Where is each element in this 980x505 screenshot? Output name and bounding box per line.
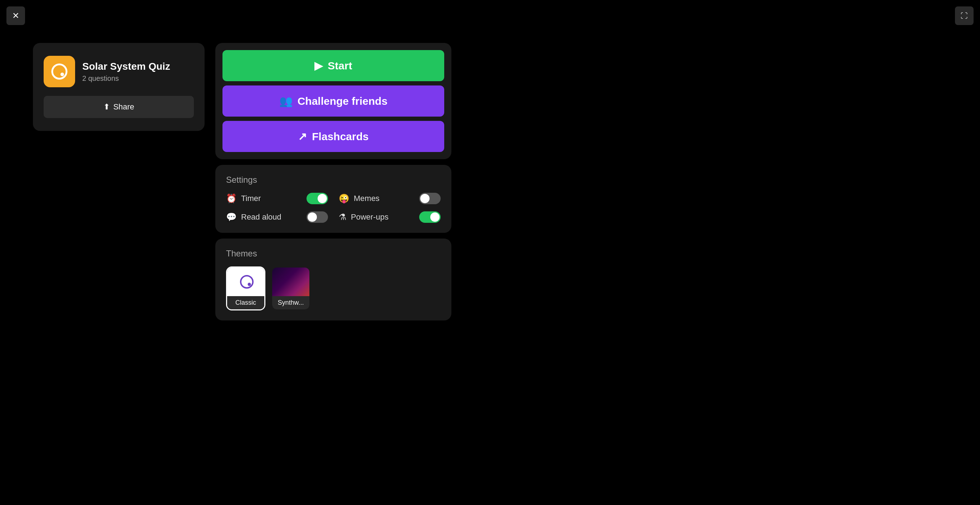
setting-timer: ⏰ Timer	[226, 193, 328, 204]
read-aloud-icon: 💬	[226, 212, 237, 222]
challenge-label: Challenge friends	[298, 95, 388, 107]
setting-memes: 😜 Memes	[339, 193, 441, 204]
memes-text: Memes	[354, 194, 379, 203]
start-button[interactable]: ▶ Start	[223, 50, 444, 81]
powerups-toggle[interactable]	[419, 211, 441, 223]
fullscreen-button[interactable]: ⛶	[955, 6, 974, 25]
flashcards-button[interactable]: ↗ Flashcards	[223, 121, 444, 152]
quiz-card: Solar System Quiz 2 questions ⬆ Share	[33, 43, 205, 131]
timer-text: Timer	[241, 194, 261, 203]
settings-title: Settings	[226, 175, 441, 185]
svg-point-2	[241, 276, 253, 288]
memes-label: 😜 Memes	[339, 193, 379, 204]
timer-icon: ⏰	[226, 193, 237, 204]
powerups-label: ⚗ Power-ups	[339, 212, 388, 222]
synthwave-thumbnail	[272, 268, 310, 296]
share-label: Share	[113, 102, 134, 112]
action-buttons-panel: ▶ Start 👥 Challenge friends ↗ Flashcards	[215, 43, 451, 159]
settings-panel: Settings ⏰ Timer 😜	[215, 165, 451, 233]
svg-point-3	[248, 283, 251, 286]
svg-point-0	[52, 64, 67, 79]
read-aloud-toggle[interactable]	[307, 211, 328, 223]
read-aloud-label: 💬 Read aloud	[226, 212, 282, 222]
timer-toggle[interactable]	[307, 193, 328, 204]
quiz-info: Solar System Quiz 2 questions	[44, 56, 194, 87]
quiz-title: Solar System Quiz	[82, 61, 170, 73]
read-aloud-text: Read aloud	[241, 212, 282, 222]
settings-grid: ⏰ Timer 😜 Memes	[226, 193, 441, 223]
challenge-icon: 👥	[279, 95, 293, 107]
main-container: Solar System Quiz 2 questions ⬆ Share ▶ …	[33, 43, 451, 320]
share-icon: ⬆	[103, 102, 110, 112]
close-button[interactable]: ✕	[6, 6, 25, 25]
classic-name: Classic	[227, 296, 264, 309]
theme-classic[interactable]: Classic	[226, 266, 266, 311]
timer-label: ⏰ Timer	[226, 193, 261, 204]
themes-panel: Themes Classic Synthw...	[215, 239, 451, 320]
synthwave-name: Synthw...	[272, 296, 309, 309]
flashcards-label: Flashcards	[312, 131, 368, 143]
theme-synthwave[interactable]: Synthw...	[271, 266, 310, 311]
memes-toggle[interactable]	[419, 193, 441, 204]
challenge-friends-button[interactable]: 👥 Challenge friends	[223, 86, 444, 116]
start-label: Start	[328, 60, 352, 72]
share-button[interactable]: ⬆ Share	[44, 96, 194, 118]
powerups-icon: ⚗	[339, 212, 347, 222]
memes-icon: 😜	[339, 193, 350, 204]
quiz-questions: 2 questions	[82, 74, 170, 83]
flashcards-icon: ↗	[298, 130, 307, 143]
themes-title: Themes	[226, 249, 441, 258]
quiz-icon	[44, 56, 75, 87]
classic-thumbnail	[227, 268, 266, 296]
setting-powerups: ⚗ Power-ups	[339, 211, 441, 223]
quiz-text: Solar System Quiz 2 questions	[82, 61, 170, 83]
powerups-text: Power-ups	[351, 212, 388, 222]
right-panel: ▶ Start 👥 Challenge friends ↗ Flashcards…	[215, 43, 451, 320]
themes-grid: Classic Synthw...	[226, 266, 441, 311]
setting-read-aloud: 💬 Read aloud	[226, 211, 328, 223]
classic-logo-icon	[239, 274, 255, 290]
svg-point-1	[60, 73, 64, 76]
play-icon: ▶	[314, 59, 323, 72]
quizizz-logo-icon	[50, 62, 69, 81]
